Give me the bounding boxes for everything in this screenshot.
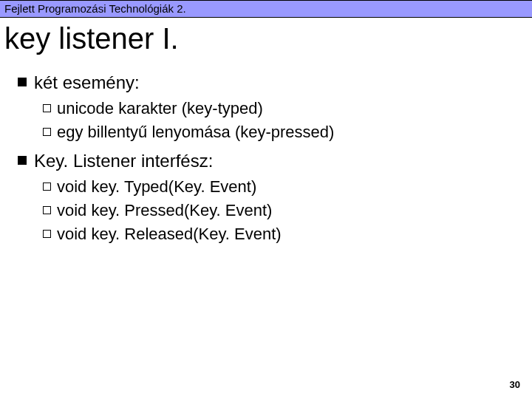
header-bar: Fejlett Programozási Technológiák 2. xyxy=(0,0,532,18)
slide-title: key listener I. xyxy=(0,18,532,64)
square-outline-icon xyxy=(43,104,51,112)
slide-body: két esemény: unicode karakter (key-typed… xyxy=(0,72,532,245)
bullet-l1-text: két esemény: xyxy=(34,72,140,94)
square-filled-icon xyxy=(18,156,27,165)
bullet-l2-text: void key. Pressed(Key. Event) xyxy=(57,200,272,221)
bullet-l2: egy billentyű lenyomása (key-pressed) xyxy=(43,122,525,143)
slide: Fejlett Programozási Technológiák 2. key… xyxy=(0,0,532,399)
square-outline-icon xyxy=(43,183,51,191)
course-title: Fejlett Programozási Technológiák 2. xyxy=(4,2,186,15)
square-outline-icon xyxy=(43,128,51,136)
bullet-l2-text: void key. Typed(Key. Event) xyxy=(57,177,256,197)
bullet-l1: Key. Listener interfész: xyxy=(18,150,525,172)
bullet-l1: két esemény: xyxy=(18,72,525,94)
bullet-l2-group: void key. Typed(Key. Event) void key. Pr… xyxy=(18,177,525,245)
square-outline-icon xyxy=(43,230,51,238)
square-outline-icon xyxy=(43,206,51,214)
bullet-l2-group: unicode karakter (key-typed) egy billent… xyxy=(18,98,525,143)
bullet-l2: void key. Released(Key. Event) xyxy=(43,224,525,245)
bullet-l1-text: Key. Listener interfész: xyxy=(34,150,213,172)
bullet-l2-text: unicode karakter (key-typed) xyxy=(57,98,263,119)
square-filled-icon xyxy=(18,78,27,86)
bullet-l2-text: void key. Released(Key. Event) xyxy=(57,224,282,245)
page-number: 30 xyxy=(510,379,520,390)
bullet-l2: unicode karakter (key-typed) xyxy=(43,98,525,119)
bullet-l2-text: egy billentyű lenyomása (key-pressed) xyxy=(57,122,334,143)
bullet-l2: void key. Typed(Key. Event) xyxy=(43,177,525,197)
bullet-l2: void key. Pressed(Key. Event) xyxy=(43,200,525,221)
